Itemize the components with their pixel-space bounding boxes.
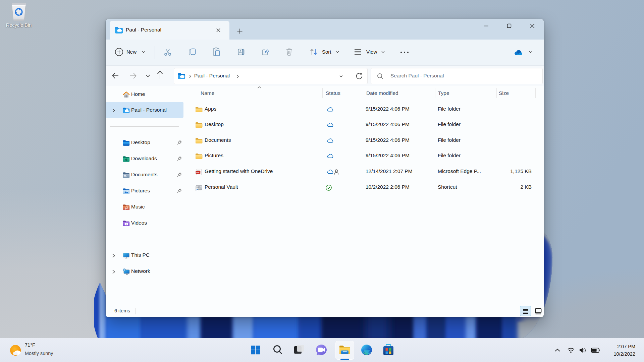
svg-text:PDF: PDF — [196, 172, 200, 174]
